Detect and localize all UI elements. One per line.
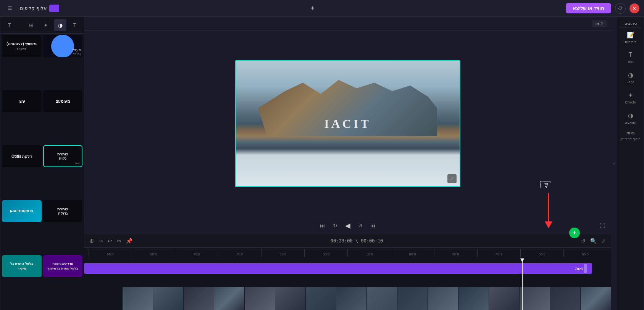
rs-tool-text[interactable]: T: [69, 19, 81, 31]
topbar-right: אלוף קליפים ≡: [5, 3, 59, 14]
sidebar-item-colors[interactable]: ◑ התאמה: [619, 108, 642, 128]
effect-card-otitis[interactable]: דלקת Otitis: [2, 145, 42, 167]
ruler-mark: 55:0: [89, 249, 132, 257]
play-button[interactable]: ◀: [345, 221, 350, 230]
purple-label: מדריכים הצצהצלשל כותרת צל מיתאר: [47, 262, 78, 271]
otitis-label: דלקת Otitis: [11, 154, 32, 158]
effect-card-outline[interactable]: כותרתנקיה base: [43, 145, 83, 167]
ruler-mark: 50:0: [132, 249, 175, 257]
ruler-mark: 35:0: [261, 249, 304, 257]
timeline-tool-select[interactable]: ⤢: [600, 237, 607, 245]
rs-tool-color[interactable]: ◑: [54, 19, 66, 31]
sidebar-item-fade[interactable]: ◑ Fade: [619, 68, 642, 88]
fade-icon: ◑: [628, 71, 633, 79]
rs-tool-text2[interactable]: T: [3, 19, 16, 31]
fullscreen-button[interactable]: ⛶: [600, 223, 605, 229]
outline-sublabel: base: [74, 161, 80, 165]
timeline-redo-button[interactable]: ↪: [98, 237, 104, 245]
effects-grid: מעגלי| מוקד גרוטסקי (GROOVY)shows מעומעם…: [0, 34, 84, 310]
rs-tool-templates[interactable]: ⊞: [25, 19, 37, 31]
timeline-tool-zoom-in[interactable]: 🔍: [589, 237, 597, 245]
right-sidebar-toolbar: T ◑ ✦ ⊞ T: [0, 17, 84, 34]
rewind-button[interactable]: ↺: [358, 223, 363, 229]
muted-label: מעומעם: [55, 99, 70, 104]
effects-icon: ✦: [628, 92, 633, 99]
timeline-pin-button[interactable]: 📌: [125, 237, 133, 245]
colors-icon: ◑: [628, 112, 633, 119]
publish-button[interactable]: הוויד או שליצא: [566, 3, 611, 13]
close-button[interactable]: ✕: [629, 3, 639, 13]
wand-icon[interactable]: ✦: [310, 5, 315, 12]
ruler-mark: 45:0: [175, 249, 218, 257]
ruler-mark: 80:0: [434, 249, 477, 257]
text-track-label: גאות: [575, 266, 584, 271]
collapse-arrow[interactable]: ›: [611, 17, 617, 310]
colors-label: התאמה: [625, 121, 636, 124]
timeline-undo-button[interactable]: ↩: [107, 237, 113, 245]
menu-button[interactable]: ≡: [5, 3, 15, 14]
outline-label: כותרתנקיה: [57, 152, 68, 160]
timeline-magnet-button[interactable]: ⊕: [89, 237, 95, 245]
sidebar-item-text[interactable]: T Text: [619, 48, 642, 68]
add-text-button[interactable]: +: [569, 228, 580, 238]
topbar-left: ✕ ⏱ הוויד או שליצא: [566, 3, 639, 14]
timeline-tracks: גאות: [84, 258, 611, 310]
text-track[interactable]: גאות: [84, 263, 592, 274]
text-label: Text: [627, 60, 634, 64]
timeline-cut-button[interactable]: ✂: [116, 237, 122, 245]
video-thumb: [458, 287, 489, 310]
sidebar-item-subtitles[interactable]: 📝 כיתוביות: [619, 27, 642, 48]
video-thumb: [214, 287, 245, 310]
preview-container: IACIT › ⤢: [84, 31, 611, 217]
video-thumb: [336, 287, 367, 310]
text-track-handle[interactable]: [584, 264, 587, 273]
timeline-tool-zoom-out[interactable]: ↺: [580, 237, 586, 245]
history-button[interactable]: ⏱: [615, 3, 626, 14]
sh-through-label: SH THROUG▶: [10, 209, 33, 213]
timeline-toolbar: ⤢ 🔍 ↺ 00:00:10 \ 00:23:00 📌 ✂ ↩ ↪ ⊕: [84, 234, 611, 248]
playback-controls: ⏮ ↺ ◀ ↻ ⏭ ⛶: [84, 217, 611, 234]
effect-card-teal[interactable]: צלשל כותרת צלמיתאר: [2, 255, 42, 277]
ruler-mark: 40:1: [477, 249, 520, 257]
effect-card-large-title[interactable]: כותרתגדולה: [43, 200, 83, 222]
effect-card-sh-through[interactable]: SH THROUG▶: [2, 200, 42, 222]
video-thumb: [367, 287, 397, 310]
video-thumb: [153, 287, 184, 310]
timeline-tools-right: 📌 ✂ ↩ ↪ ⊕: [89, 237, 133, 245]
topbar-center: ✦: [310, 5, 315, 12]
effect-card-muted[interactable]: מעומעם: [43, 90, 83, 112]
add-to-timeline-btn[interactable]: גאות הוסף לציר זמן: [619, 128, 642, 143]
circle-shape: [51, 35, 74, 57]
expand-right-panel[interactable]: ›: [460, 118, 460, 130]
panel-header: 2:er: [84, 17, 611, 31]
effect-card-circular[interactable]: מעגלי| מוקד: [43, 35, 83, 57]
clip-icon: [49, 5, 59, 12]
rs-tool-effects[interactable]: ✦: [40, 19, 52, 31]
skip-to-end-button[interactable]: ⏭: [320, 223, 325, 229]
video-thumb: [245, 287, 275, 310]
smoke-label: עשן: [18, 99, 25, 104]
clips-button[interactable]: אלוף קליפים: [20, 5, 59, 12]
video-thumb: [275, 287, 306, 310]
effect-card-groovy[interactable]: גרוטסקי (GROOVY)shows: [2, 35, 42, 57]
video-thumb: [581, 287, 611, 310]
video-strip-track: [84, 287, 611, 310]
clips-label: אלוף קליפים: [20, 5, 47, 11]
video-thumb: [123, 287, 153, 310]
timeline-playhead: [522, 258, 523, 310]
effect-card-smoke[interactable]: עשן: [2, 90, 42, 112]
add-time-label: הוסף לציר זמן: [620, 137, 641, 141]
video-thumb: [550, 287, 581, 310]
subtitles-label: כיתוביות: [625, 40, 636, 44]
ruler-mark: 40:0: [218, 249, 261, 257]
timeline-timecode: 00:00:10 \ 00:23:00: [331, 238, 383, 244]
video-expand-button[interactable]: ⤢: [447, 174, 457, 183]
effects-label: Effects: [625, 100, 636, 104]
right-sidebar: T ◑ ✦ ⊞ T מעגלי| מוקד גרוטסקי (GROOVY)sh…: [0, 17, 84, 310]
effect-card-purple[interactable]: מדריכים הצצהצלשל כותרת צל מיתאר: [43, 255, 83, 277]
teal-label: צלשל כותרת צלמיתאר: [10, 262, 33, 271]
skip-to-start-button[interactable]: ⏮: [370, 223, 376, 229]
effect-label: מעגלי| מוקד: [72, 48, 81, 56]
forward-button[interactable]: ↻: [333, 223, 337, 229]
sidebar-item-effects[interactable]: ✦ Effects: [619, 88, 642, 108]
